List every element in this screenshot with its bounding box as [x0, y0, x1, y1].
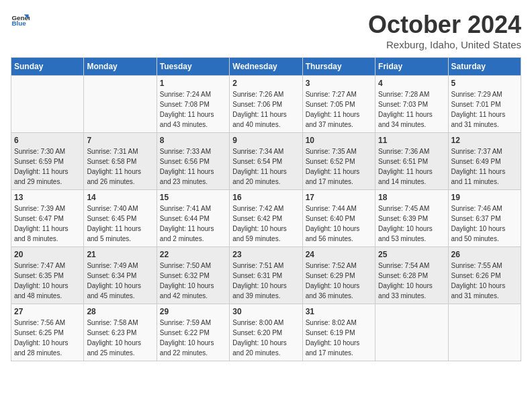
day-info: Sunrise: 7:30 AMSunset: 6:59 PMDaylight:… [14, 146, 81, 187]
day-info: Sunrise: 7:51 AMSunset: 6:31 PMDaylight:… [232, 261, 299, 301]
day-info: Sunrise: 7:44 AMSunset: 6:40 PMDaylight:… [306, 203, 372, 244]
day-number: 28 [87, 307, 153, 316]
day-info: Sunrise: 7:24 AMSunset: 7:08 PMDaylight:… [160, 89, 226, 130]
day-info: Sunrise: 7:54 AMSunset: 6:28 PMDaylight:… [378, 261, 445, 301]
calendar-week-4: 20Sunrise: 7:47 AMSunset: 6:35 PMDayligh… [11, 247, 521, 304]
header-sunday: Sunday [11, 58, 84, 76]
table-row [375, 304, 448, 361]
day-number: 24 [306, 250, 372, 259]
table-row: 5Sunrise: 7:29 AMSunset: 7:01 PMDaylight… [448, 76, 521, 133]
table-row: 28Sunrise: 7:58 AMSunset: 6:23 PMDayligh… [84, 304, 157, 361]
table-row: 20Sunrise: 7:47 AMSunset: 6:35 PMDayligh… [11, 247, 84, 304]
day-info: Sunrise: 7:58 AMSunset: 6:23 PMDaylight:… [87, 318, 153, 358]
day-number: 26 [451, 250, 518, 259]
page-header: General Blue October 2024 Rexburg, Idaho… [11, 11, 521, 50]
table-row: 17Sunrise: 7:44 AMSunset: 6:40 PMDayligh… [302, 190, 375, 247]
day-info: Sunrise: 7:33 AMSunset: 6:56 PMDaylight:… [160, 146, 226, 187]
day-info: Sunrise: 7:56 AMSunset: 6:25 PMDaylight:… [14, 318, 81, 358]
svg-text:Blue: Blue [11, 19, 26, 27]
table-row: 24Sunrise: 7:52 AMSunset: 6:29 PMDayligh… [302, 247, 375, 304]
table-row [84, 76, 157, 133]
day-info: Sunrise: 7:50 AMSunset: 6:32 PMDaylight:… [160, 261, 226, 301]
day-number: 14 [87, 193, 153, 202]
header-tuesday: Tuesday [157, 58, 229, 76]
table-row: 1Sunrise: 7:24 AMSunset: 7:08 PMDaylight… [157, 76, 229, 133]
day-info: Sunrise: 7:55 AMSunset: 6:26 PMDaylight:… [451, 261, 518, 301]
table-row: 26Sunrise: 7:55 AMSunset: 6:26 PMDayligh… [448, 247, 521, 304]
day-number: 13 [14, 193, 81, 202]
table-row: 3Sunrise: 7:27 AMSunset: 7:05 PMDaylight… [302, 76, 375, 133]
table-row: 23Sunrise: 7:51 AMSunset: 6:31 PMDayligh… [230, 247, 302, 304]
day-number: 6 [14, 136, 81, 145]
table-row: 10Sunrise: 7:35 AMSunset: 6:52 PMDayligh… [302, 133, 375, 190]
day-info: Sunrise: 7:47 AMSunset: 6:35 PMDaylight:… [14, 261, 81, 301]
day-info: Sunrise: 7:49 AMSunset: 6:34 PMDaylight:… [87, 261, 153, 301]
day-number: 12 [451, 136, 518, 145]
day-number: 15 [160, 193, 226, 202]
table-row: 12Sunrise: 7:37 AMSunset: 6:49 PMDayligh… [448, 133, 521, 190]
header-thursday: Thursday [302, 58, 375, 76]
day-number: 27 [14, 307, 81, 316]
table-row [448, 304, 521, 361]
day-number: 3 [306, 79, 372, 88]
day-info: Sunrise: 7:31 AMSunset: 6:58 PMDaylight:… [87, 146, 153, 187]
table-row: 11Sunrise: 7:36 AMSunset: 6:51 PMDayligh… [375, 133, 448, 190]
table-row: 27Sunrise: 7:56 AMSunset: 6:25 PMDayligh… [11, 304, 84, 361]
calendar-week-3: 13Sunrise: 7:39 AMSunset: 6:47 PMDayligh… [11, 190, 521, 247]
day-info: Sunrise: 7:52 AMSunset: 6:29 PMDaylight:… [306, 261, 372, 301]
day-number: 21 [87, 250, 153, 259]
day-number: 9 [232, 136, 299, 145]
logo-icon: General Blue [11, 11, 30, 30]
day-info: Sunrise: 7:40 AMSunset: 6:45 PMDaylight:… [87, 203, 153, 244]
day-number: 23 [232, 250, 299, 259]
day-info: Sunrise: 7:46 AMSunset: 6:37 PMDaylight:… [451, 203, 518, 244]
day-info: Sunrise: 7:42 AMSunset: 6:42 PMDaylight:… [232, 203, 299, 244]
calendar-header-row: Sunday Monday Tuesday Wednesday Thursday… [11, 58, 521, 76]
table-row: 22Sunrise: 7:50 AMSunset: 6:32 PMDayligh… [157, 247, 229, 304]
table-row: 9Sunrise: 7:34 AMSunset: 6:54 PMDaylight… [230, 133, 302, 190]
day-info: Sunrise: 7:41 AMSunset: 6:44 PMDaylight:… [160, 203, 226, 244]
day-info: Sunrise: 7:27 AMSunset: 7:05 PMDaylight:… [306, 89, 372, 130]
day-number: 4 [378, 79, 445, 88]
day-number: 20 [14, 250, 81, 259]
day-info: Sunrise: 7:36 AMSunset: 6:51 PMDaylight:… [378, 146, 445, 187]
table-row: 30Sunrise: 8:00 AMSunset: 6:20 PMDayligh… [230, 304, 302, 361]
table-row: 21Sunrise: 7:49 AMSunset: 6:34 PMDayligh… [84, 247, 157, 304]
day-info: Sunrise: 7:59 AMSunset: 6:22 PMDaylight:… [160, 318, 226, 358]
table-row: 18Sunrise: 7:45 AMSunset: 6:39 PMDayligh… [375, 190, 448, 247]
header-friday: Friday [375, 58, 448, 76]
day-number: 22 [160, 250, 226, 259]
table-row: 7Sunrise: 7:31 AMSunset: 6:58 PMDaylight… [84, 133, 157, 190]
day-info: Sunrise: 7:35 AMSunset: 6:52 PMDaylight:… [306, 146, 372, 187]
day-info: Sunrise: 7:29 AMSunset: 7:01 PMDaylight:… [451, 89, 518, 130]
day-number: 19 [451, 193, 518, 202]
day-info: Sunrise: 7:45 AMSunset: 6:39 PMDaylight:… [378, 203, 445, 244]
table-row: 31Sunrise: 8:02 AMSunset: 6:19 PMDayligh… [302, 304, 375, 361]
calendar-week-2: 6Sunrise: 7:30 AMSunset: 6:59 PMDaylight… [11, 133, 521, 190]
table-row: 25Sunrise: 7:54 AMSunset: 6:28 PMDayligh… [375, 247, 448, 304]
table-row: 2Sunrise: 7:26 AMSunset: 7:06 PMDaylight… [230, 76, 302, 133]
month-title: October 2024 [368, 11, 521, 39]
day-number: 31 [306, 307, 372, 316]
day-number: 18 [378, 193, 445, 202]
header-monday: Monday [84, 58, 157, 76]
day-number: 11 [378, 136, 445, 145]
day-info: Sunrise: 7:39 AMSunset: 6:47 PMDaylight:… [14, 203, 81, 244]
day-info: Sunrise: 7:28 AMSunset: 7:03 PMDaylight:… [378, 89, 445, 130]
logo: General Blue [11, 11, 30, 30]
table-row: 13Sunrise: 7:39 AMSunset: 6:47 PMDayligh… [11, 190, 84, 247]
day-info: Sunrise: 7:26 AMSunset: 7:06 PMDaylight:… [232, 89, 299, 130]
day-info: Sunrise: 7:34 AMSunset: 6:54 PMDaylight:… [232, 146, 299, 187]
table-row: 6Sunrise: 7:30 AMSunset: 6:59 PMDaylight… [11, 133, 84, 190]
day-number: 8 [160, 136, 226, 145]
table-row: 16Sunrise: 7:42 AMSunset: 6:42 PMDayligh… [230, 190, 302, 247]
table-row [11, 76, 84, 133]
table-row: 29Sunrise: 7:59 AMSunset: 6:22 PMDayligh… [157, 304, 229, 361]
table-row: 19Sunrise: 7:46 AMSunset: 6:37 PMDayligh… [448, 190, 521, 247]
calendar-table: Sunday Monday Tuesday Wednesday Thursday… [11, 57, 521, 361]
day-info: Sunrise: 7:37 AMSunset: 6:49 PMDaylight:… [451, 146, 518, 187]
day-number: 16 [232, 193, 299, 202]
day-number: 25 [378, 250, 445, 259]
table-row: 14Sunrise: 7:40 AMSunset: 6:45 PMDayligh… [84, 190, 157, 247]
table-row: 8Sunrise: 7:33 AMSunset: 6:56 PMDaylight… [157, 133, 229, 190]
